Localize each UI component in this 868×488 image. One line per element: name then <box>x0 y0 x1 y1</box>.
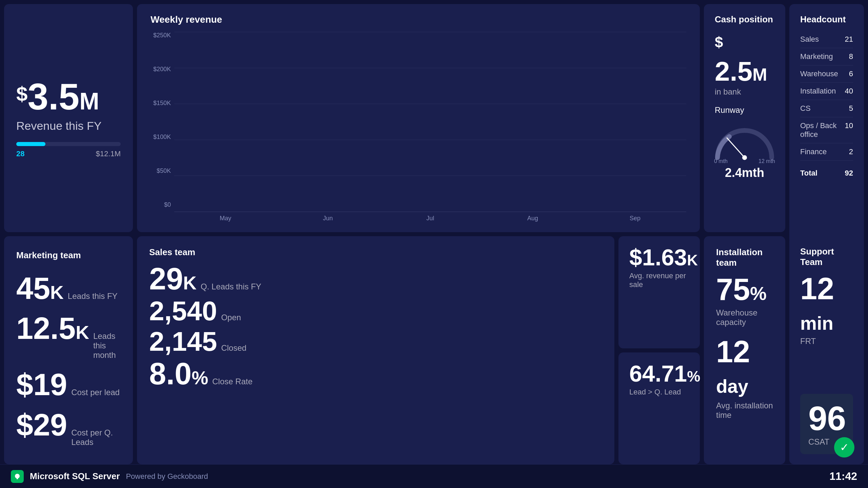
x-label-sep: Sep <box>584 215 686 222</box>
y-label-3: $150K <box>151 100 171 107</box>
metric-leads-fy-label: Leads this FY <box>68 291 118 301</box>
headcount-num-installation: 40 <box>845 87 853 96</box>
metric-leads-month-label: Leads this month <box>93 331 121 360</box>
lead-conversion-amount: 64.71% <box>629 362 689 385</box>
metric-leads-month-val: 12.5K <box>16 313 89 344</box>
footer-powered: Powered by Geckoboard <box>126 472 208 481</box>
revenue-progress-fill <box>16 142 45 146</box>
headcount-num-sales: 21 <box>845 35 853 44</box>
metric-closed-val: 2,145 <box>149 328 217 355</box>
cash-unit: M <box>752 65 767 84</box>
metric-install-time-val: 12 day <box>716 337 773 398</box>
metric-cost-qlead-label: Cost per Q. Leads <box>71 428 121 447</box>
headcount-name-cs: CS <box>800 104 811 113</box>
gauge-min-max: 0 mth 12 mth <box>714 158 775 164</box>
metric-q-leads-label: Q. Leads this FY <box>201 282 261 291</box>
support-csat-val: 96 <box>808 401 845 435</box>
metric-leads-fy-val: 45K <box>16 273 64 304</box>
gauge-svg <box>711 124 778 161</box>
cash-position-card: Cash position $2.5M in bank Runway 0 mth… <box>704 4 785 232</box>
gridline-5 <box>174 32 686 32</box>
metric-row-install-time: 12 day <box>716 337 773 398</box>
headcount-name-sales: Sales <box>800 35 819 44</box>
headcount-row-warehouse: Warehouse 6 <box>800 65 853 83</box>
avg-card: $1.63K Avg. revenue per sale 64.71% Lead… <box>618 236 700 464</box>
avg-revenue-amount: $1.63K <box>629 246 689 269</box>
metric-row-warehouse-cap: 75% <box>716 274 773 305</box>
headcount-num-warehouse: 6 <box>849 69 853 78</box>
gauge-value: 2.4mth <box>725 166 764 180</box>
gridline-1 <box>174 176 686 176</box>
headcount-total: Total 92 <box>800 163 853 178</box>
headcount-num-ops: 10 <box>845 121 853 139</box>
svg-line-0 <box>727 138 745 158</box>
metric-close-rate-val: 8.0% <box>149 359 208 389</box>
revenue-unit: M <box>79 88 99 115</box>
metric-row-leads-fy: 45K Leads this FY <box>16 273 121 304</box>
revenue-currency: $ <box>16 84 27 104</box>
headcount-row-cs: CS 5 <box>800 100 853 117</box>
x-label-aug: Aug <box>481 215 584 222</box>
metric-cost-qlead-val: $29 <box>16 410 67 440</box>
headcount-name-installation: Installation <box>800 87 836 96</box>
headcount-name-finance: Finance <box>800 147 827 156</box>
headcount-row-sales: Sales 21 <box>800 31 853 48</box>
headcount-total-value: 92 <box>845 169 853 178</box>
support-title: Support Team <box>800 246 853 267</box>
headcount-title: Headcount <box>800 14 853 25</box>
revenue-progress-labels: 28 $12.1M <box>16 149 121 158</box>
chart-y-axis: $0 $50K $100K $150K $200K $250K <box>151 32 171 222</box>
revenue-progress-bar <box>16 142 121 146</box>
metric-open-label: Open <box>221 313 241 322</box>
headcount-name-warehouse: Warehouse <box>800 69 838 78</box>
avg-revenue-label: Avg. revenue per sale <box>629 271 689 289</box>
sales-card: Sales team 29K Q. Leads this FY 2,540 Op… <box>137 236 614 464</box>
gridline-0 <box>174 211 686 212</box>
metric-row-q-leads: 29K Q. Leads this FY <box>149 264 602 294</box>
footer-logo <box>11 470 24 483</box>
revenue-target: $12.1M <box>96 149 121 158</box>
headcount-name-marketing: Marketing <box>800 52 833 61</box>
y-label-2: $100K <box>151 134 171 141</box>
marketing-card: Marketing team 45K Leads this FY 12.5K L… <box>4 236 133 464</box>
x-label-jul: Jul <box>379 215 481 222</box>
checkmark-button[interactable]: ✓ <box>834 437 854 458</box>
chart-bars-area <box>174 32 686 212</box>
revenue-card: $3.5M Revenue this FY 28 $12.1M <box>4 4 133 232</box>
metric-row-close-rate: 8.0% Close Rate <box>149 359 602 389</box>
lead-conversion-card: 64.71% Lead > Q. Lead <box>618 352 700 465</box>
y-label-0: $0 <box>151 201 171 208</box>
revenue-label: Revenue this FY <box>16 119 121 133</box>
gauge-max: 12 mth <box>758 158 775 164</box>
y-label-4: $200K <box>151 66 171 73</box>
chart-gridlines <box>174 32 686 212</box>
headcount-row-ops: Ops / Back office 10 <box>800 117 853 143</box>
support-frt-label: FRT <box>800 337 853 346</box>
gridline-3 <box>174 104 686 104</box>
metric-row-closed: 2,145 Closed <box>149 328 602 355</box>
metric-open-val: 2,540 <box>149 298 217 325</box>
x-label-may: May <box>174 215 277 222</box>
headcount-num-cs: 5 <box>849 104 853 113</box>
chart-area: $0 $50K $100K $150K $200K $250K <box>151 32 686 222</box>
gridline-4 <box>174 68 686 68</box>
support-card: Support Team 12 min FRT 96 CSAT <box>789 236 864 464</box>
gridline-2 <box>174 140 686 140</box>
chart-inner: May Jun Jul Aug Sep <box>174 32 686 222</box>
metric-close-rate-label: Close Rate <box>212 377 253 386</box>
runway-label: Runway <box>715 105 774 115</box>
weekly-revenue-card: Weekly revenue $0 $50K $100K $150K $200K… <box>137 4 700 232</box>
revenue-amount: $3.5M <box>16 78 121 115</box>
metric-cost-lead-val: $19 <box>16 369 67 400</box>
y-label-5: $250K <box>151 32 171 39</box>
revenue-pct: 28 <box>16 149 24 158</box>
sales-title: Sales team <box>149 247 602 258</box>
installation-title: Installation team <box>716 247 773 268</box>
footer-left: Microsoft SQL Server Powered by Geckoboa… <box>11 470 208 483</box>
support-frt-val: 12 min <box>800 273 853 334</box>
headcount-num-marketing: 8 <box>849 52 853 61</box>
cash-sub: in bank <box>715 87 774 97</box>
marketing-title: Marketing team <box>16 250 121 261</box>
x-label-jun: Jun <box>277 215 379 222</box>
support-metrics: 12 min FRT 96 CSAT <box>800 273 853 454</box>
